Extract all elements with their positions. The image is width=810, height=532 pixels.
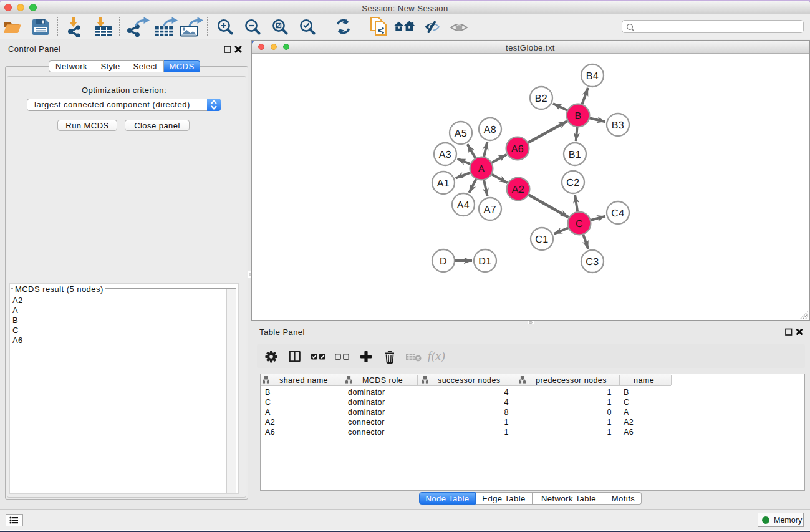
svg-text:B: B (574, 111, 581, 122)
svg-text:B3: B3 (612, 120, 624, 131)
svg-text:B4: B4 (586, 71, 599, 82)
svg-text:A8: A8 (484, 125, 496, 135)
svg-text:A: A (478, 164, 485, 175)
svg-text:C4: C4 (611, 208, 624, 219)
svg-text:A5: A5 (455, 128, 467, 139)
svg-text:B1: B1 (569, 150, 581, 160)
svg-text:C1: C1 (535, 235, 548, 245)
svg-text:B2: B2 (535, 94, 547, 104)
svg-text:A1: A1 (437, 178, 450, 189)
svg-text:C: C (576, 219, 583, 230)
svg-text:D1: D1 (478, 256, 491, 267)
svg-text:C2: C2 (566, 178, 579, 188)
svg-text:A6: A6 (511, 144, 524, 155)
svg-text:A7: A7 (484, 205, 496, 215)
svg-text:A2: A2 (512, 185, 524, 195)
svg-text:A4: A4 (457, 200, 470, 211)
svg-text:C3: C3 (586, 257, 599, 268)
svg-text:D: D (440, 256, 447, 267)
svg-text:A3: A3 (439, 150, 451, 160)
